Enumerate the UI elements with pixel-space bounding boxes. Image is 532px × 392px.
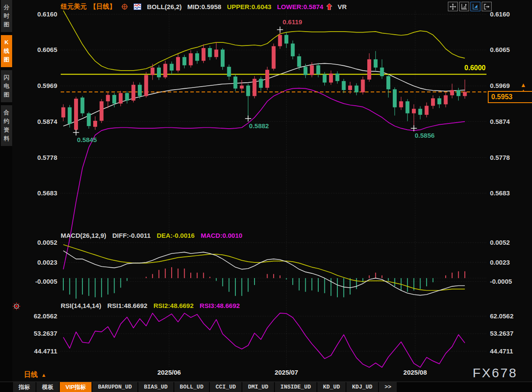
pan-move-button[interactable] xyxy=(448,2,458,11)
candle-body xyxy=(329,74,333,83)
macd-diff-value: DIFF:-0.0011 xyxy=(112,232,150,239)
candle-body xyxy=(68,107,72,124)
candle-body xyxy=(367,59,371,80)
candle-body xyxy=(144,75,148,96)
sidebar-item-4[interactable]: 合约资料 xyxy=(1,105,12,146)
indicator-tab-6[interactable]: BOLL_UD xyxy=(174,382,209,392)
current-price-box: 0.5953 xyxy=(488,91,532,103)
candle-body xyxy=(463,92,467,96)
candle-body xyxy=(106,95,110,101)
chart-canvas[interactable] xyxy=(0,0,532,392)
indicator-tab-7[interactable]: CCI_UD xyxy=(210,382,242,392)
period-badge[interactable]: 【日线】 xyxy=(90,3,116,11)
candle-body xyxy=(380,68,384,76)
candle-body xyxy=(424,106,428,115)
indicator-tab-5[interactable]: BIAS_UD xyxy=(138,382,173,392)
indicator-tab-11[interactable]: KDJ_UD xyxy=(346,382,378,392)
indicator-tab-2[interactable]: 模板 xyxy=(36,382,59,392)
candle-body xyxy=(195,53,199,61)
sidebar-item-3[interactable]: 闪电图 xyxy=(1,70,12,102)
indicator-tab-1[interactable]: 指标 xyxy=(13,382,36,392)
indicator-tab-4[interactable]: BARUPDN_UD xyxy=(92,382,137,392)
candle-body xyxy=(265,70,269,88)
candle-body xyxy=(119,93,123,104)
trading-app-window: 0.61600.61600.60650.60650.59690.59690.58… xyxy=(0,0,532,392)
candle-body xyxy=(150,68,154,75)
chart-toolbar xyxy=(448,2,492,11)
mini-chart-icon[interactable] xyxy=(134,3,141,10)
candle-body xyxy=(93,121,97,127)
indicator-tab-8[interactable]: DMI_UD xyxy=(242,382,274,392)
candle-body xyxy=(291,44,295,56)
candle-body xyxy=(125,93,129,100)
candle-body xyxy=(253,79,257,96)
vr-indicator-label: VR xyxy=(338,3,347,10)
rsi-label-row: RSI(14,14,14) RSI1:48.6692 RSI2:48.6692 … xyxy=(61,302,240,309)
candle-body xyxy=(304,67,307,75)
candle-body xyxy=(81,97,85,113)
macd-diff-line xyxy=(63,251,465,295)
candle-body xyxy=(131,85,135,100)
candle-body xyxy=(176,57,180,71)
chart-header: 纽元美元 【日线】 BOLL(26,2) MID:0.5958 UPPER:0.… xyxy=(61,2,347,11)
indicator-tab-12[interactable]: >> xyxy=(379,382,397,392)
candle-body xyxy=(355,86,359,93)
candle-body xyxy=(202,48,206,61)
boll-mid-band xyxy=(63,63,465,126)
boll-upper-value: UPPER:0.6043 xyxy=(227,3,271,10)
macd-macd-value: MACD:0.0010 xyxy=(201,232,242,239)
candle-body xyxy=(457,90,460,96)
period-selector[interactable]: 日线 ▲ xyxy=(24,370,46,379)
candle-body xyxy=(183,57,186,65)
rsi-line xyxy=(63,313,465,367)
candle-body xyxy=(189,53,193,65)
indicator-tab-9[interactable]: INSIDE_UD xyxy=(275,382,317,392)
axis-scale-left-button[interactable] xyxy=(459,2,469,11)
candle-body xyxy=(412,109,416,113)
candle-body xyxy=(227,67,231,77)
sidebar-item-2[interactable]: K线图 xyxy=(1,35,12,67)
candle-body xyxy=(272,46,276,69)
fx678-watermark: FX678 xyxy=(473,366,517,380)
candle-body xyxy=(431,98,435,106)
candle-body xyxy=(310,65,314,75)
candle-body xyxy=(221,49,225,67)
target-crosshair-icon[interactable] xyxy=(121,3,128,10)
candle-body xyxy=(348,86,352,90)
candle-body xyxy=(323,75,326,83)
candle-body xyxy=(450,90,454,95)
candle-body xyxy=(361,80,365,92)
candle-body xyxy=(418,109,422,115)
indicator-tab-10[interactable]: KD_UD xyxy=(317,382,346,392)
candle-body xyxy=(214,49,218,57)
candle-body xyxy=(208,48,212,57)
rsi1-value: RSI1:48.6692 xyxy=(107,302,147,309)
candle-body xyxy=(62,107,65,117)
sidebar-item-1[interactable]: 分时图 xyxy=(1,0,12,32)
boll-upper-band xyxy=(63,10,465,71)
rsi3-value: RSI3:48.6692 xyxy=(200,302,240,309)
macd-dea-line xyxy=(63,245,465,291)
candle-body xyxy=(100,101,104,121)
boll-mid-value: MID:0.5958 xyxy=(187,3,221,10)
candle-body xyxy=(138,85,142,96)
candle-body xyxy=(437,98,441,104)
candle-body xyxy=(284,35,288,44)
candle-body xyxy=(112,95,116,104)
candle-body xyxy=(278,35,282,46)
resistance-level-label: 0.6000 xyxy=(451,64,486,72)
candle-body xyxy=(393,89,397,107)
macd-dea-value: DEA:-0.0016 xyxy=(157,232,195,239)
exit-right-button[interactable] xyxy=(482,2,492,11)
candle-body xyxy=(233,77,237,89)
candle-body xyxy=(317,65,320,75)
axis-scale-right-button[interactable] xyxy=(470,2,480,11)
rsi2-value: RSI2:48.6692 xyxy=(153,302,194,309)
symbol-name: 纽元美元 xyxy=(61,3,87,11)
candle-body xyxy=(170,64,173,71)
indicator-tab-3[interactable]: VIP指标 xyxy=(60,382,91,392)
up-arrow-icon xyxy=(326,3,332,10)
rsi-indicator-label: RSI(14,14,14) xyxy=(61,302,101,309)
candle-body xyxy=(240,86,244,89)
candle-body xyxy=(405,101,409,113)
